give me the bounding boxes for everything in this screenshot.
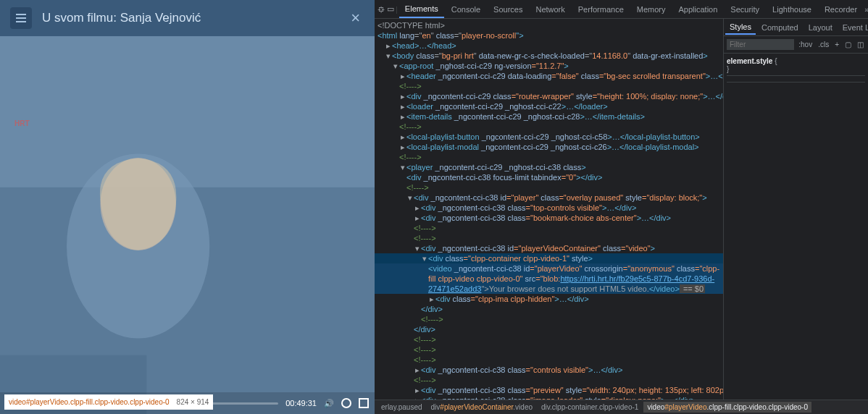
hov-toggle[interactable]: :hov <box>797 41 814 48</box>
titlebar: U svom filmu: Sanja Vejnović × <box>0 0 375 36</box>
box-icon[interactable]: ▢ <box>843 41 853 48</box>
tooltip-selector: video#playerVideo.clpp-fill.clpp-video.c… <box>9 397 170 407</box>
more-tabs-icon[interactable]: » <box>864 4 868 14</box>
devtools-main: <!DOCTYPE html> <html lang="en" class="p… <box>375 19 868 400</box>
panel-icon[interactable]: ◫ <box>856 41 865 48</box>
page-panel: U svom filmu: Sanja Vejnović × HRT 00:49… <box>0 0 375 414</box>
tab-listeners[interactable]: Event Listeners <box>838 21 868 34</box>
element-tooltip: video#playerVideo.clpp-fill.clpp-video.c… <box>4 394 213 410</box>
tab-computed[interactable]: Computed <box>757 21 803 34</box>
video-player[interactable]: HRT 00:49:31 🔊 <box>0 36 375 414</box>
tab-application[interactable]: Application <box>673 1 724 17</box>
tab-memory[interactable]: Memory <box>631 1 672 17</box>
devtools: ⯐ ▭ | Elements Console Sources Network P… <box>375 0 868 414</box>
tab-elements[interactable]: Elements <box>399 1 444 18</box>
new-rule-icon[interactable]: + <box>833 41 840 48</box>
crumb-active[interactable]: video#playerVideo.clpp-fill.clpp-video.c… <box>643 402 811 413</box>
dom-tree[interactable]: <!DOCTYPE html> <html lang="en" class="p… <box>375 19 723 400</box>
device-icon[interactable]: ▭ <box>387 4 394 14</box>
page-title: U svom filmu: Sanja Vejnović <box>42 11 201 25</box>
tab-network[interactable]: Network <box>530 1 570 17</box>
styles-tabs: Styles Computed Layout Event Listeners » <box>724 19 868 36</box>
tab-console[interactable]: Console <box>446 1 486 17</box>
menu-icon[interactable] <box>10 7 32 29</box>
tab-layout[interactable]: Layout <box>804 21 837 34</box>
selected-dom-node: <video _ngcontent-cci-c38 id="playerVide… <box>375 263 723 294</box>
close-icon[interactable]: × <box>346 9 364 28</box>
crumb[interactable]: erlay.paused <box>377 402 426 413</box>
css-rules[interactable]: element.style {}</span><div><span class=… <box>724 54 868 400</box>
tab-security[interactable]: Security <box>725 1 765 17</box>
fullscreen-icon[interactable] <box>359 398 369 408</box>
devtools-tabs: ⯐ ▭ | Elements Console Sources Network P… <box>375 0 868 19</box>
channel-logo: HRT <box>14 119 30 127</box>
tab-styles[interactable]: Styles <box>725 20 756 35</box>
tab-sources[interactable]: Sources <box>488 1 528 17</box>
filter-input[interactable] <box>727 39 794 50</box>
tab-lighthouse[interactable]: Lighthouse <box>767 1 817 17</box>
crumb[interactable]: div#playerVideoContainer.video <box>427 402 537 413</box>
video-time: 00:49:31 <box>285 399 317 407</box>
tooltip-dimensions: 824 × 914 <box>177 397 209 407</box>
dom-breadcrumbs: erlay.paused div#playerVideoContainer.vi… <box>375 400 868 414</box>
volume-icon[interactable]: 🔊 <box>324 398 334 408</box>
styles-panel: Styles Computed Layout Event Listeners »… <box>723 19 868 400</box>
tab-performance[interactable]: Performance <box>572 1 630 17</box>
cls-toggle[interactable]: .cls <box>817 41 830 48</box>
filter-row: :hov .cls + ▢ ◫ <box>724 36 868 54</box>
crumb[interactable]: div.clpp-container.clpp-video-1 <box>538 402 642 413</box>
settings-icon[interactable] <box>341 398 351 408</box>
inspect-icon[interactable]: ⯐ <box>377 4 385 14</box>
tab-recorder[interactable]: Recorder <box>819 1 863 17</box>
svg-rect-1 <box>0 36 375 187</box>
